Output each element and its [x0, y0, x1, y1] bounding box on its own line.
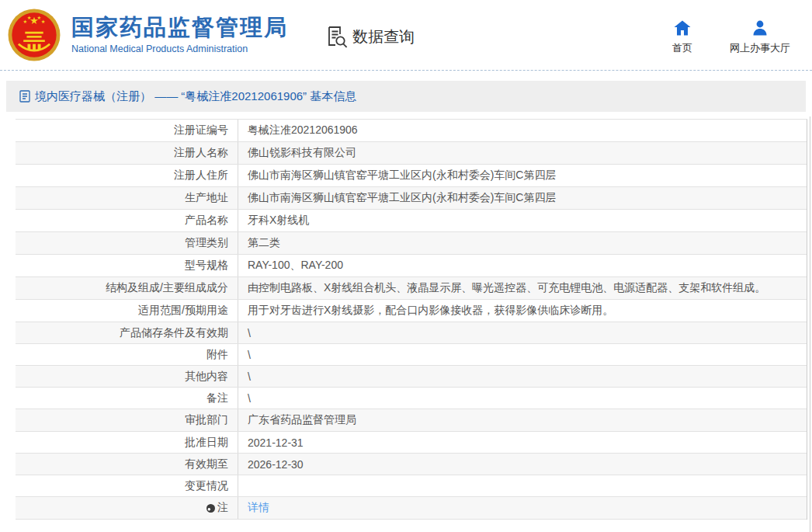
row-label: 审批部门 [16, 409, 238, 431]
row-label: 管理类别 [16, 232, 238, 254]
brand-title-en: National Medical Products Administration [71, 43, 288, 54]
table-row: 注册人住所佛山市南海区狮山镇官窑平塘工业区内(永和村委会)车间C第四层 [16, 165, 807, 187]
row-label: 生产地址 [16, 187, 238, 209]
table-row: 结构及组成/主要组成成分由控制电路板、X射线组合机头、液晶显示屏、曝光遥控器、可… [16, 277, 807, 300]
row-label: 注册人住所 [16, 165, 238, 186]
table-row: 变更情况 [16, 475, 807, 497]
table-row: 批准日期2021-12-31 [16, 432, 807, 454]
data-query-section[interactable]: 数据查询 [325, 25, 415, 48]
table-row: 其他内容\ [16, 366, 807, 388]
table-row: 产品名称牙科X射线机 [16, 210, 807, 232]
brand-block: 国家药品监督管理局 National Medical Products Admi… [71, 16, 288, 54]
nav-online-hall[interactable]: 网上办事大厅 [730, 20, 790, 55]
row-value: 详情 [238, 497, 807, 519]
table-row: 管理类别第二类 [16, 232, 807, 255]
row-label: 适用范围/预期用途 [16, 300, 238, 322]
table-row: 注册人名称佛山锐影科技有限公司 [16, 142, 807, 165]
row-value: \ [238, 344, 807, 365]
row-label: 有效期至 [16, 454, 238, 475]
row-label: 型号规格 [16, 255, 238, 276]
row-value: 由控制电路板、X射线组合机头、液晶显示屏、曝光遥控器、可充电锂电池、电源适配器、… [238, 277, 807, 299]
table-row: 生产地址佛山市南海区狮山镇官窑平塘工业区内(永和村委会)车间C第四层 [16, 187, 807, 210]
national-emblem-logo: ★ ★ ★ ★ ★ [8, 9, 61, 61]
row-label: 注 [16, 497, 238, 519]
row-label: 其他内容 [16, 366, 238, 387]
row-label: 产品储存条件及有效期 [16, 322, 238, 343]
brand-title-cn: 国家药品监督管理局 [71, 16, 288, 40]
row-value: 佛山市南海区狮山镇官窑平塘工业区内(永和村委会)车间C第四层 [238, 165, 807, 186]
data-query-label: 数据查询 [352, 26, 415, 47]
home-icon [674, 20, 691, 36]
row-label: 结构及组成/主要组成成分 [16, 277, 238, 299]
site-header: ★ ★ ★ ★ ★ 国家药品监督管理局 National Medical Pro… [0, 0, 812, 71]
row-value: \ [238, 388, 807, 409]
user-icon [751, 20, 769, 36]
content-frame-border [810, 116, 810, 532]
table-row: 备注\ [16, 388, 807, 409]
row-value: 粤械注准20212061906 [238, 120, 807, 141]
table-row: 有效期至2026-12-30 [16, 454, 807, 475]
table-row: 适用范围/预期用途用于对牙齿进行X射线摄影，配合口内影像接收器，获得影像供临床诊… [16, 300, 807, 322]
note-icon [206, 504, 215, 513]
row-value: 用于对牙齿进行X射线摄影，配合口内影像接收器，获得影像供临床诊断用。 [238, 300, 807, 322]
svg-text:★: ★ [27, 15, 32, 20]
row-label: 注册人名称 [16, 142, 238, 164]
row-value: 佛山锐影科技有限公司 [238, 142, 807, 164]
table-row: 产品储存条件及有效期\ [16, 322, 807, 344]
row-value: 牙科X射线机 [238, 210, 807, 231]
nav-home-label: 首页 [672, 41, 692, 55]
svg-text:★: ★ [41, 19, 46, 24]
row-value: \ [238, 322, 807, 343]
page-title: 境内医疗器械（注册） —— “粤械注准20212061906” 基本信息 [35, 89, 356, 104]
nav-online-hall-label: 网上办事大厅 [730, 41, 790, 55]
row-value [238, 475, 807, 496]
row-value: \ [238, 366, 807, 387]
table-row: 注详情 [16, 497, 807, 520]
row-value: 广东省药品监督管理局 [238, 409, 807, 431]
document-icon [19, 90, 30, 103]
table-row: 审批部门广东省药品监督管理局 [16, 409, 807, 432]
row-label: 产品名称 [16, 210, 238, 231]
table-row: 附件\ [16, 344, 807, 366]
row-value: 2021-12-31 [238, 432, 807, 453]
row-label: 变更情况 [16, 475, 238, 496]
row-label: 附件 [16, 344, 238, 365]
table-row: 注册证编号粤械注准20212061906 [16, 120, 807, 142]
row-value: RAY-100、RAY-200 [238, 255, 807, 276]
registration-info-table: 注册证编号粤械注准20212061906注册人名称佛山锐影科技有限公司注册人住所… [16, 119, 807, 520]
nav-home[interactable]: 首页 [672, 20, 692, 55]
page-title-bar: 境内医疗器械（注册） —— “粤械注准20212061906” 基本信息 [6, 81, 806, 112]
row-value: 佛山市南海区狮山镇官窑平塘工业区内(永和村委会)车间C第四层 [238, 187, 807, 209]
row-label: 注册证编号 [16, 120, 238, 141]
detail-link[interactable]: 详情 [248, 501, 269, 515]
table-row: 型号规格RAY-100、RAY-200 [16, 255, 807, 277]
row-value: 第二类 [238, 232, 807, 254]
data-query-icon [325, 25, 349, 48]
row-label: 备注 [16, 388, 238, 409]
row-label: 批准日期 [16, 432, 238, 453]
row-value: 2026-12-30 [238, 454, 807, 475]
